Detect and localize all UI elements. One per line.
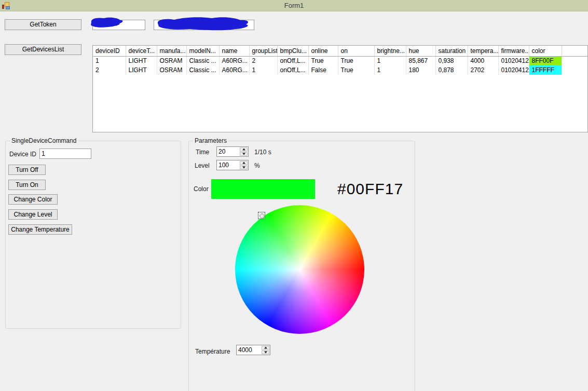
grid-cell[interactable]: 0,878 <box>435 65 468 75</box>
grid-column-header[interactable]: on <box>338 46 374 56</box>
grid-cell[interactable]: LIGHT <box>126 56 157 65</box>
grid-cell[interactable]: 4000 <box>468 56 498 65</box>
parameters-title: Parameters <box>193 137 228 144</box>
grid-column-header[interactable]: deviceT... <box>126 46 157 56</box>
temperature-value[interactable]: 4000 <box>238 346 261 354</box>
color-cell[interactable]: 1FFFFF <box>529 65 562 75</box>
grid-cell[interactable]: A60RG... <box>219 56 249 65</box>
device-id-label: Device ID <box>9 151 36 158</box>
single-device-command-title: SingleDeviceCommand <box>10 137 78 144</box>
grid-column-header[interactable]: brightne... <box>374 46 406 56</box>
turn-on-button[interactable]: Turn On <box>8 180 46 190</box>
get-devices-list-button[interactable]: GetDevicesList <box>5 44 81 55</box>
temperature-spin-up-icon[interactable] <box>262 346 269 350</box>
grid-cell[interactable]: 1 <box>249 65 277 75</box>
grid-column-header[interactable]: bmpClu... <box>277 46 308 56</box>
grid-cell[interactable]: 0,938 <box>435 56 468 65</box>
time-label: Time <box>196 149 209 156</box>
level-unit-label: % <box>254 162 260 169</box>
get-token-button[interactable]: GetToken <box>5 19 81 30</box>
grid-column-header[interactable]: deviceID <box>93 46 126 56</box>
color-hex-label: #00FF17 <box>337 180 403 198</box>
grid-column-header[interactable]: groupList <box>249 46 277 56</box>
grid-cell[interactable]: LIGHT <box>126 65 157 75</box>
grid-column-header[interactable]: name <box>219 46 249 56</box>
grid-cell[interactable]: OSRAM <box>157 65 186 75</box>
grid-column-header[interactable]: saturation <box>435 46 468 56</box>
grid-cell[interactable]: onOff,L... <box>277 56 308 65</box>
temperature-label: Température <box>195 348 230 355</box>
time-unit-label: 1/10 s <box>254 149 271 156</box>
table-row[interactable]: 1LIGHTOSRAMClassic ...A60RG...2onOff,L..… <box>93 56 588 65</box>
grid-cell[interactable]: 2 <box>93 65 126 75</box>
grid-cell[interactable]: Classic ... <box>186 56 219 65</box>
grid-column-header[interactable]: online <box>308 46 338 56</box>
token-input-2[interactable] <box>154 20 254 30</box>
level-spinner[interactable]: 100 <box>216 160 249 170</box>
color-wheel[interactable] <box>235 205 364 334</box>
grid-cell[interactable]: 01020412 <box>498 56 529 65</box>
grid-cell[interactable]: 1 <box>374 56 406 65</box>
grid-cell[interactable]: 01020412 <box>498 65 529 75</box>
grid-cell[interactable]: OSRAM <box>157 56 186 65</box>
color-label: Color <box>194 185 209 193</box>
color-wheel-marker[interactable] <box>258 212 265 219</box>
devices-grid[interactable]: deviceIDdeviceT...manufa...modelN...name… <box>92 45 588 132</box>
change-level-button[interactable]: Change Level <box>8 209 58 220</box>
grid-column-header[interactable]: firmware... <box>498 46 529 56</box>
grid-cell[interactable]: True <box>338 56 374 65</box>
grid-cell[interactable]: 85,867 <box>406 56 435 65</box>
grid-cell[interactable]: A60RG... <box>219 65 249 75</box>
level-spin-down-icon[interactable] <box>240 166 248 170</box>
level-label: Level <box>195 162 210 169</box>
grid-cell[interactable]: 2702 <box>468 65 498 75</box>
grid-column-header[interactable]: manufa... <box>157 46 186 56</box>
temperature-spinner[interactable]: 4000 <box>236 345 270 355</box>
grid-column-header[interactable]: tempera... <box>468 46 498 56</box>
grid-cell[interactable]: 1 <box>93 56 126 65</box>
grid-cell[interactable]: 2 <box>249 56 277 65</box>
temperature-spin-down-icon[interactable] <box>262 350 269 355</box>
grid-cell[interactable]: False <box>308 65 338 75</box>
grid-cell[interactable] <box>562 65 588 75</box>
grid-column-header[interactable] <box>562 46 588 56</box>
color-cell[interactable]: 8FF00F <box>529 56 562 65</box>
grid-column-header[interactable]: color <box>529 46 562 56</box>
grid-cell[interactable]: 180 <box>406 65 435 75</box>
grid-column-header[interactable]: hue <box>406 46 435 56</box>
color-swatch <box>211 179 315 199</box>
level-value[interactable]: 100 <box>218 161 239 169</box>
time-spin-down-icon[interactable] <box>240 152 248 156</box>
grid-cell[interactable]: True <box>308 56 338 65</box>
grid-cell[interactable] <box>562 56 588 65</box>
change-temperature-button[interactable]: Change Temperature <box>8 224 72 235</box>
grid-cell[interactable]: onOff,L... <box>277 65 308 75</box>
time-spin-up-icon[interactable] <box>240 147 248 152</box>
turn-off-button[interactable]: Turn Off <box>8 165 46 175</box>
time-value[interactable]: 20 <box>218 148 239 155</box>
change-color-button[interactable]: Change Color <box>8 194 58 205</box>
device-id-input[interactable]: 1 <box>39 149 91 159</box>
title-bar: Form1 <box>0 0 588 11</box>
grid-cell[interactable]: Classic ... <box>186 65 219 75</box>
token-input-1[interactable] <box>92 20 145 30</box>
grid-cell[interactable]: 1 <box>374 65 406 75</box>
grid-column-header[interactable]: modelN... <box>186 46 219 56</box>
grid-header-row[interactable]: deviceIDdeviceT...manufa...modelN...name… <box>93 46 588 56</box>
time-spinner[interactable]: 20 <box>216 146 249 157</box>
table-row[interactable]: 2LIGHTOSRAMClassic ...A60RG...1onOff,L..… <box>93 65 588 75</box>
window-title: Form1 <box>0 2 588 9</box>
level-spin-up-icon[interactable] <box>240 161 248 165</box>
grid-cell[interactable]: True <box>338 65 374 75</box>
